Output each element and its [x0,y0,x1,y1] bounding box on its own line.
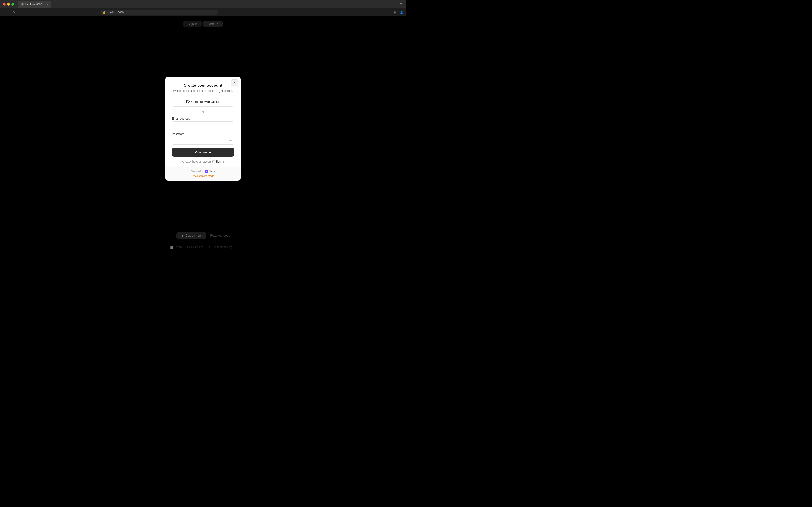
forward-button[interactable]: › [7,10,9,14]
create-account-modal: × Create your account Welcome! Please fi… [165,76,241,180]
modal-title: Create your account [172,83,234,88]
tab-close-btn[interactable]: × [47,3,48,6]
continue-button[interactable]: Continue ▶ [172,148,234,157]
address-bar-row: ‹ › ↻ 🔒 localhost:3000 ☆ ⊞ 👤 [0,8,406,16]
secured-by: Secured by C clerk [168,169,238,173]
divider-text: or [202,110,204,113]
email-field-group: Email address [172,117,234,129]
page-background: Sign in Sign up ▲ Deploy now Read our do… [0,16,406,253]
password-field-group: Password 👁 [172,132,234,145]
browser-menu-btn[interactable]: ≡ [398,2,403,7]
tab-bar: 🔒 localhost:3000 × + [18,1,403,7]
clerk-name: clerk [209,170,215,172]
modal-footer: Already have an account? Sign in [165,157,241,166]
traffic-light-yellow[interactable] [7,3,10,6]
tab-favicon: 🔒 [21,3,24,6]
continue-btn-label: Continue [195,150,208,154]
github-btn-label: Continue with GitHub [191,100,220,104]
toggle-password-icon[interactable]: 👁 [229,139,232,143]
github-icon [186,99,190,104]
browser-actions: ☆ ⊞ 👤 [385,10,404,15]
traffic-light-green[interactable] [11,3,14,6]
back-button[interactable]: ‹ [2,10,5,14]
browser-tab[interactable]: 🔒 localhost:3000 × [18,1,51,7]
browser-chrome: 🔒 localhost:3000 × + ≡ [0,0,406,8]
url-text: localhost:3000 [107,11,124,14]
already-account-text: Already have an account? [182,160,215,163]
clerk-logo[interactable]: C clerk [205,169,215,173]
clerk-logo-icon: C [205,169,209,173]
lock-icon: 🔒 [103,11,106,14]
divider-right [207,112,234,112]
extensions-btn[interactable]: ⊞ [392,10,397,15]
profile-btn[interactable]: 👤 [399,10,404,15]
bookmark-btn[interactable]: ☆ [385,10,390,15]
secured-by-text: Secured by [191,170,204,172]
email-input[interactable] [172,121,234,129]
address-bar[interactable]: 🔒 localhost:3000 [100,10,218,15]
traffic-lights [3,3,14,6]
new-tab-button[interactable]: + [52,2,56,7]
modal-subtitle: Welcome! Please fill in the details to g… [172,89,234,92]
continue-arrow-icon: ▶ [209,151,211,154]
github-signin-button[interactable]: Continue with GitHub [172,97,234,106]
divider-left [172,112,199,112]
divider: or [172,110,234,113]
password-input[interactable] [172,137,234,145]
clerk-footer: Secured by C clerk Development mode [165,166,241,180]
development-mode-link[interactable]: Development mode [192,174,214,177]
password-label: Password [172,132,234,135]
sign-in-link[interactable]: Sign in [216,160,224,163]
svg-text:🔒: 🔒 [21,3,24,5]
reload-button[interactable]: ↻ [11,10,16,14]
modal-close-button[interactable]: × [231,79,238,86]
password-wrapper: 👁 [172,137,234,145]
modal-body: Create your account Welcome! Please fill… [165,76,241,157]
traffic-light-red[interactable] [3,3,6,6]
email-label: Email address [172,117,234,120]
tab-title: localhost:3000 [25,3,42,6]
